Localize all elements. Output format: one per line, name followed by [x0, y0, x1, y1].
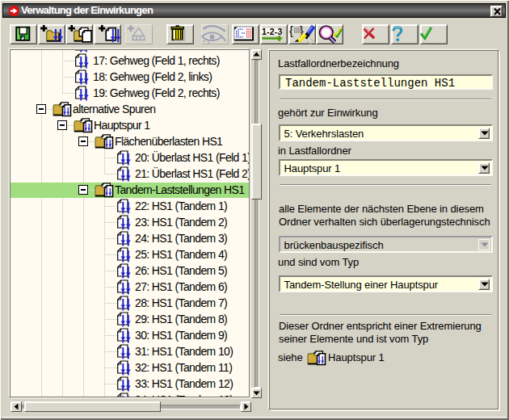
svg-text:1-2-3: 1-2-3 — [262, 27, 283, 36]
svg-text:{: { — [289, 24, 293, 37]
